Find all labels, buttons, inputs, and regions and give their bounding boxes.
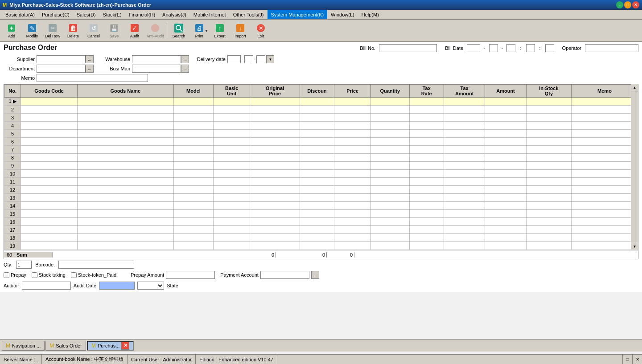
warehouse-input[interactable] [132, 55, 181, 63]
stock-token-paid-checkbox[interactable] [71, 272, 77, 278]
cell-discount[interactable] [300, 194, 334, 202]
taskbar-purchase-close[interactable]: ✕ [121, 342, 129, 350]
cell-tax_amount[interactable] [444, 178, 485, 186]
auditor-input[interactable] [22, 282, 71, 290]
cell-memo[interactable] [571, 138, 638, 146]
cell-price[interactable] [334, 234, 371, 242]
menu-financial[interactable]: Financial(H) [125, 10, 159, 19]
cell-amount[interactable] [485, 242, 526, 250]
menu-window[interactable]: Window(L) [327, 10, 358, 19]
cell-goods_code[interactable] [21, 234, 78, 242]
payment-account-browse-button[interactable]: ... [311, 271, 319, 279]
table-row[interactable]: 10 [4, 170, 638, 178]
cell-price[interactable] [334, 178, 371, 186]
delivery-date-dropdown[interactable]: ▼ [266, 55, 274, 63]
cell-basic_unit[interactable] [214, 130, 250, 138]
table-row[interactable]: 14 [4, 202, 638, 210]
cell-goods_code[interactable] [21, 154, 78, 162]
stock-token-paid-checkbox-field[interactable]: Stock-token_Paid [71, 272, 116, 278]
cell-goods_name[interactable] [77, 178, 173, 186]
bill-date-hh[interactable] [526, 44, 535, 52]
cell-goods_name[interactable] [77, 138, 173, 146]
cell-tax_amount[interactable] [444, 146, 485, 154]
cell-tax_rate[interactable] [409, 218, 444, 226]
cell-model[interactable] [173, 138, 213, 146]
cell-quantity[interactable] [371, 154, 409, 162]
cell-goods_name[interactable] [77, 218, 173, 226]
cell-memo[interactable] [571, 234, 638, 242]
cell-quantity[interactable] [371, 242, 409, 250]
cell-model[interactable] [173, 114, 213, 122]
cell-goods_name[interactable] [77, 202, 173, 210]
cell-original_price[interactable] [250, 210, 300, 218]
scroll-down-button[interactable]: ▼ [631, 243, 638, 250]
cell-goods_name[interactable] [77, 210, 173, 218]
cell-original_price[interactable] [250, 138, 300, 146]
cell-price[interactable] [334, 194, 371, 202]
cell-original_price[interactable] [250, 122, 300, 130]
taskbar-sales-order[interactable]: M Sales Order [45, 341, 86, 351]
cell-price[interactable] [334, 130, 371, 138]
cell-amount[interactable] [485, 138, 526, 146]
audit-date-input[interactable] [99, 282, 135, 290]
cell-tax_amount[interactable] [444, 226, 485, 234]
cell-tax_rate[interactable] [409, 170, 444, 178]
cell-tax_rate[interactable] [409, 186, 444, 194]
cell-tax_rate[interactable] [409, 226, 444, 234]
cell-memo[interactable] [571, 202, 638, 210]
cell-basic_unit[interactable] [214, 178, 250, 186]
audit-button[interactable]: ✓ Audit [125, 21, 144, 41]
menu-help[interactable]: Help(M) [358, 10, 383, 19]
cell-amount[interactable] [485, 234, 526, 242]
cell-model[interactable] [173, 122, 213, 130]
cell-tax_amount[interactable] [444, 154, 485, 162]
table-row[interactable]: 1 ▶ [4, 98, 638, 106]
scroll-up-button[interactable]: ▲ [631, 84, 638, 91]
cell-goods_name[interactable] [77, 170, 173, 178]
cell-goods_code[interactable] [21, 210, 78, 218]
cell-tax_amount[interactable] [444, 210, 485, 218]
supplier-input[interactable] [37, 55, 86, 63]
cell-basic_unit[interactable] [214, 202, 250, 210]
table-row[interactable]: 3 [4, 114, 638, 122]
cell-amount[interactable] [485, 154, 526, 162]
menu-system-management[interactable]: System Management(K) [268, 10, 328, 19]
cell-original_price[interactable] [250, 178, 300, 186]
cell-amount[interactable] [485, 106, 526, 114]
cancel-button[interactable]: ↺ Cancel [84, 21, 103, 41]
cell-memo[interactable] [571, 114, 638, 122]
stock-taking-checkbox[interactable] [32, 272, 37, 278]
cell-goods_name[interactable] [77, 146, 173, 154]
cell-amount[interactable] [485, 114, 526, 122]
search-button[interactable]: Search [169, 21, 189, 41]
payment-account-input[interactable] [260, 271, 309, 279]
cell-goods_code[interactable] [21, 170, 78, 178]
cell-memo[interactable] [571, 130, 638, 138]
cell-basic_unit[interactable] [214, 122, 250, 130]
cell-discount[interactable] [300, 242, 334, 250]
cell-memo[interactable] [571, 186, 638, 194]
cell-amount[interactable] [485, 178, 526, 186]
cell-goods_name[interactable] [77, 130, 173, 138]
bill-no-input[interactable] [379, 44, 437, 52]
cell-instock_qty[interactable] [526, 114, 571, 122]
cell-model[interactable] [173, 98, 213, 106]
cell-amount[interactable] [485, 162, 526, 170]
bill-date-dd[interactable] [506, 44, 515, 52]
cell-original_price[interactable] [250, 170, 300, 178]
cell-tax_rate[interactable] [409, 114, 444, 122]
cell-goods_name[interactable] [77, 154, 173, 162]
cell-model[interactable] [173, 210, 213, 218]
cell-instock_qty[interactable] [526, 146, 571, 154]
cell-model[interactable] [173, 146, 213, 154]
cell-quantity[interactable] [371, 202, 409, 210]
cell-model[interactable] [173, 130, 213, 138]
cell-basic_unit[interactable] [214, 218, 250, 226]
menu-basic-data[interactable]: Basic data(A) [2, 10, 38, 19]
cell-quantity[interactable] [371, 210, 409, 218]
prepay-amount-input[interactable] [166, 271, 215, 279]
cell-amount[interactable] [485, 202, 526, 210]
cell-price[interactable] [334, 154, 371, 162]
cell-quantity[interactable] [371, 122, 409, 130]
cell-quantity[interactable] [371, 98, 409, 106]
